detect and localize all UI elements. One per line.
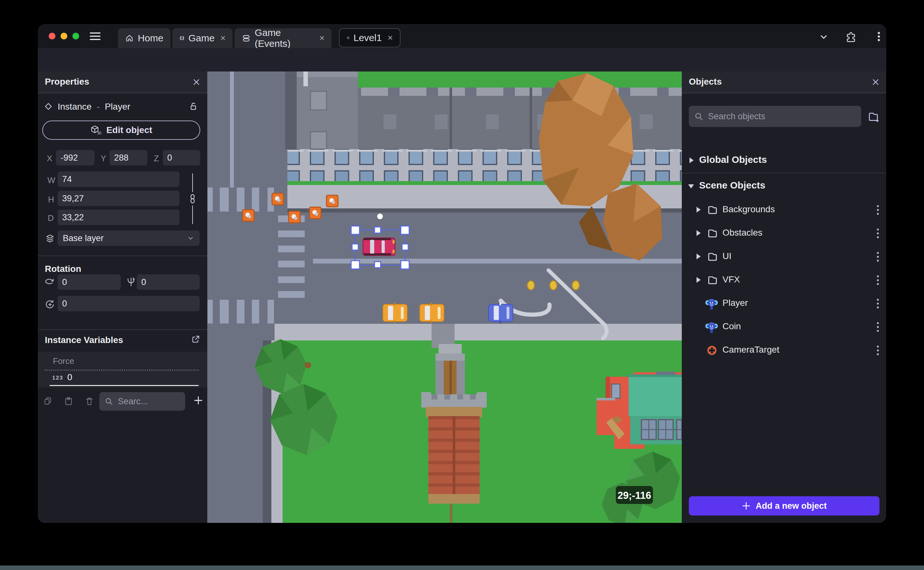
copy-icon[interactable] xyxy=(43,396,53,406)
w-field[interactable] xyxy=(58,172,179,187)
chevron-right-icon[interactable] xyxy=(696,254,701,259)
close-icon[interactable] xyxy=(871,77,880,87)
h-label: H xyxy=(48,195,54,205)
variables-search-input[interactable] xyxy=(117,396,180,407)
chevron-right-icon[interactable] xyxy=(696,277,701,283)
window-kebab-menu-icon[interactable] xyxy=(874,31,884,42)
divider xyxy=(38,329,207,330)
rotation-handle[interactable] xyxy=(377,213,383,219)
folder-icon xyxy=(706,204,719,216)
rotation-x-field[interactable] xyxy=(58,274,121,290)
rotate-z-icon xyxy=(44,299,55,310)
chevron-right-icon[interactable] xyxy=(696,230,701,236)
toolbar: Preview Share xyxy=(38,48,886,72)
paste-icon[interactable] xyxy=(63,396,74,406)
road-divider xyxy=(313,259,682,264)
instance-type: Instance xyxy=(58,102,92,112)
kebab-menu-icon[interactable] xyxy=(874,274,882,287)
object-row-player[interactable]: Player xyxy=(682,293,886,314)
chevron-right-icon[interactable] xyxy=(689,158,693,163)
rotation-z-field[interactable] xyxy=(58,296,200,311)
new-folder-icon[interactable] xyxy=(867,110,880,123)
kebab-menu-icon[interactable] xyxy=(874,344,882,357)
window-chevron-down-icon[interactable] xyxy=(818,31,829,42)
svg-text:29;-116: 29;-116 xyxy=(617,490,651,501)
x-label: X xyxy=(47,153,52,164)
unlock-icon[interactable] xyxy=(188,101,198,111)
y-label: Y xyxy=(101,153,106,164)
folder-row-ui[interactable]: UI xyxy=(682,247,886,267)
object-row-coin[interactable]: Coin xyxy=(682,317,886,337)
yellow-car[interactable] xyxy=(383,303,407,323)
folder-row-obstacles[interactable]: Obstacles xyxy=(682,223,886,244)
tab-home[interactable]: Home xyxy=(118,28,170,48)
tab-label: Game xyxy=(188,33,215,44)
variable-row[interactable]: Force 123 0 xyxy=(38,352,207,388)
kebab-menu-icon[interactable] xyxy=(874,204,882,216)
objects-search-input[interactable] xyxy=(707,111,856,122)
tab-close-icon[interactable]: × xyxy=(388,33,393,43)
edit-object-3d-icon: 3D xyxy=(90,125,101,136)
variables-search[interactable] xyxy=(99,392,185,411)
instance-name: Player xyxy=(105,102,130,112)
kebab-menu-icon[interactable] xyxy=(874,227,882,240)
scene-tab-icon xyxy=(347,32,350,43)
object-label: Coin xyxy=(722,321,741,331)
tab-close-icon[interactable]: × xyxy=(319,33,325,43)
edit-object-button[interactable]: 3D Edit object xyxy=(42,121,200,140)
scene-objects-section[interactable]: Scene Objects xyxy=(682,176,886,196)
tab-game-events[interactable]: Game (Events) × xyxy=(235,28,331,48)
chevron-right-icon[interactable] xyxy=(696,207,701,213)
object-row-camera-target[interactable]: CameraTarget xyxy=(682,340,886,361)
objects-search[interactable] xyxy=(689,106,861,127)
tab-close-icon[interactable]: × xyxy=(220,33,226,43)
folder-row-vfx[interactable]: VFX xyxy=(682,270,886,290)
add-variable-icon[interactable] xyxy=(193,395,203,406)
variable-value-underline xyxy=(50,385,199,386)
scene-canvas[interactable]: 29;-116 xyxy=(207,72,682,523)
traffic-light-minimize[interactable] xyxy=(61,33,67,40)
traffic-light-close[interactable] xyxy=(49,33,55,40)
kebab-menu-icon[interactable] xyxy=(874,250,882,263)
d-field[interactable] xyxy=(58,210,179,225)
delete-variable-icon[interactable] xyxy=(84,396,95,406)
search-icon xyxy=(104,397,113,406)
camera-target-icon xyxy=(706,344,718,357)
kebab-menu-icon[interactable] xyxy=(874,297,882,310)
main-menu-icon[interactable] xyxy=(90,32,101,41)
chevron-down-icon[interactable] xyxy=(688,184,694,188)
folder-row-backgrounds[interactable]: Backgrounds xyxy=(682,200,886,220)
extensions-puzzle-icon[interactable] xyxy=(845,31,857,43)
instance-separator: - xyxy=(97,102,100,112)
d-label: D xyxy=(48,213,54,223)
folder-icon xyxy=(706,274,719,286)
y-field[interactable] xyxy=(110,150,147,165)
lane-line xyxy=(230,72,234,187)
global-objects-section[interactable]: Global Objects xyxy=(682,150,886,171)
variable-name[interactable]: Force xyxy=(53,356,74,366)
variable-value[interactable]: 0 xyxy=(67,372,72,383)
link-chain-icon[interactable] xyxy=(188,194,197,204)
traffic-light-zoom[interactable] xyxy=(72,33,79,40)
kebab-menu-icon[interactable] xyxy=(874,320,882,333)
building-tower[interactable] xyxy=(285,72,358,149)
z-field[interactable] xyxy=(163,150,200,165)
x-field[interactable] xyxy=(56,150,95,165)
add-new-object-button[interactable]: Add a new object xyxy=(689,496,880,515)
h-field[interactable] xyxy=(58,191,179,206)
close-icon[interactable] xyxy=(192,77,201,87)
tab-label: Home xyxy=(138,33,163,44)
yellow-car[interactable] xyxy=(420,303,444,323)
variable-type-badge: 123 xyxy=(52,375,63,381)
rotation-y-field[interactable] xyxy=(137,274,200,290)
tab-game[interactable]: Game × xyxy=(173,28,233,48)
svg-text:3D: 3D xyxy=(98,132,101,135)
properties-panel: Properties Instance - Player 3D xyxy=(38,72,207,523)
blue-car[interactable] xyxy=(489,302,513,324)
desktop-background-sliver xyxy=(0,565,924,570)
layer-select[interactable]: Base layer xyxy=(58,230,200,246)
external-link-icon[interactable] xyxy=(191,334,200,344)
tab-level1-active[interactable]: Level1 × xyxy=(339,28,400,48)
grass-top-strip xyxy=(348,72,682,87)
divider xyxy=(682,173,886,173)
